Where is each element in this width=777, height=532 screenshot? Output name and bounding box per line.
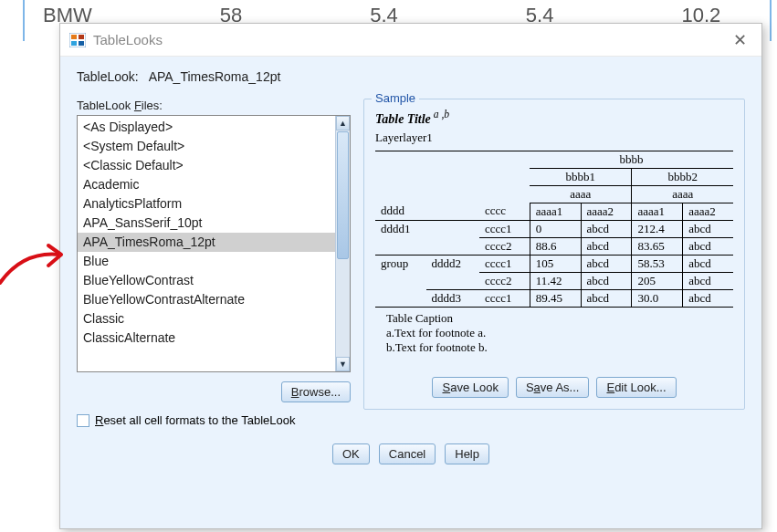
- sample-title: Table Title a ,b: [375, 109, 733, 127]
- svg-rect-2: [79, 35, 84, 39]
- heading-line: TableLook: APA_TimesRoma_12pt: [77, 69, 745, 84]
- sample-caption: Table Caption a.Text for footnote a. b.T…: [375, 311, 733, 355]
- app-icon: [69, 33, 86, 47]
- scroll-down-icon[interactable]: ▼: [336, 357, 350, 371]
- heading-label: TableLook:: [77, 69, 139, 84]
- reset-label: Reset all cell formats to the TableLook: [95, 413, 295, 427]
- list-item[interactable]: APA_SansSerif_10pt: [78, 214, 335, 233]
- browse-button[interactable]: Browse...: [281, 381, 351, 402]
- close-icon[interactable]: ✕: [728, 30, 752, 50]
- svg-rect-1: [71, 35, 77, 39]
- sample-table: bbbb bbbb1 bbbb2 aaaa aaaa dddd cccc: [375, 151, 733, 308]
- list-item[interactable]: <Classic Default>: [78, 156, 335, 175]
- save-as-button[interactable]: Save As...: [516, 377, 590, 398]
- help-button[interactable]: Help: [445, 443, 489, 464]
- reset-checkbox-row[interactable]: Reset all cell formats to the TableLook: [77, 413, 351, 427]
- cancel-button[interactable]: Cancel: [379, 443, 436, 464]
- scroll-thumb[interactable]: [337, 131, 349, 259]
- dialog-content: TableLook: APA_TimesRoma_12pt TableLook …: [60, 57, 761, 528]
- listbox-scrollbar[interactable]: ▲ ▼: [335, 116, 350, 371]
- list-item[interactable]: BlueYellowContrastAlternate: [78, 290, 335, 309]
- dialog-title: TableLooks: [93, 32, 163, 47]
- list-item[interactable]: Academic: [78, 175, 335, 194]
- edit-look-button[interactable]: Edit Look...: [596, 377, 676, 398]
- list-item[interactable]: Classic: [78, 309, 335, 329]
- heading-value: APA_TimesRoma_12pt: [149, 69, 281, 84]
- svg-rect-4: [79, 41, 84, 46]
- left-column: TableLook Files: <As Displayed><System D…: [77, 99, 351, 427]
- list-item[interactable]: APA_TimesRoma_12pt: [78, 233, 335, 252]
- list-item[interactable]: Blue: [78, 252, 335, 271]
- sample-legend: Sample: [372, 91, 419, 105]
- files-label: TableLook Files:: [77, 99, 351, 112]
- scroll-up-icon[interactable]: ▲: [336, 116, 350, 130]
- sample-layer: Layerlayer1: [375, 130, 733, 145]
- ok-button[interactable]: OK: [332, 443, 370, 464]
- list-item[interactable]: BlueYellowContrast: [78, 271, 335, 290]
- reset-checkbox[interactable]: [77, 414, 89, 427]
- list-item[interactable]: <System Default>: [78, 137, 335, 156]
- tablelooks-dialog: TableLooks ✕ TableLook: APA_TimesRoma_12…: [59, 23, 762, 529]
- save-look-button[interactable]: Save Look: [432, 377, 508, 398]
- titlebar: TableLooks ✕: [60, 24, 761, 57]
- list-item[interactable]: ClassicAlternate: [78, 329, 335, 348]
- tablelook-listbox[interactable]: <As Displayed><System Default><Classic D…: [77, 115, 351, 372]
- sample-panel: Sample Table Title a ,b Layerlayer1 bbbb…: [363, 99, 745, 410]
- list-item[interactable]: AnalyticsPlatform: [78, 194, 335, 214]
- svg-rect-3: [71, 41, 77, 46]
- list-item[interactable]: <As Displayed>: [78, 118, 335, 137]
